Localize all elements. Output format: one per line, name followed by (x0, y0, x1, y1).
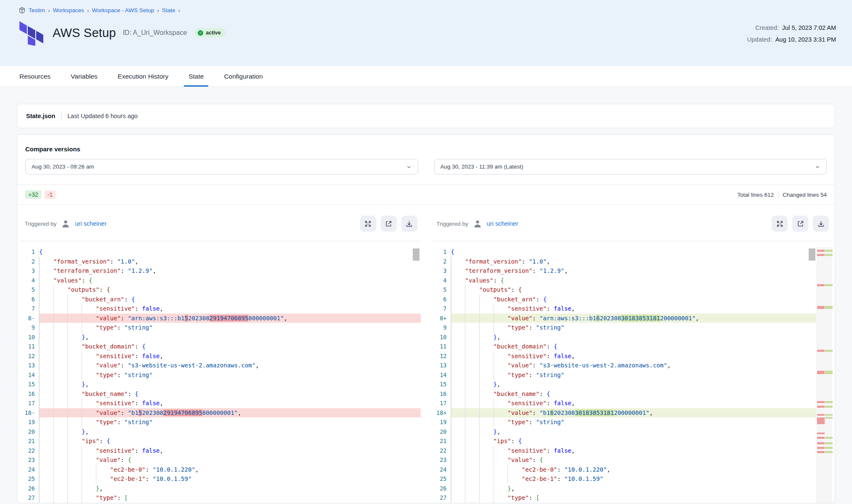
indent-guide (53, 285, 68, 295)
code-line: 21"ips": { (20, 436, 421, 446)
indent-guide (67, 332, 82, 342)
diff-overview-ruler[interactable] (817, 247, 832, 503)
indent-guide (479, 427, 494, 437)
download-icon[interactable] (401, 216, 417, 232)
indent-guide (96, 474, 110, 484)
line-number: 4 (20, 276, 39, 285)
indent-guide (53, 417, 68, 427)
code-line-content: "type": "string" (39, 370, 421, 380)
indent-guide (465, 323, 479, 332)
tab-variables[interactable]: Variables (61, 66, 107, 87)
code-line: 25"ec2-be-1": "10.0.1.59" (20, 474, 421, 484)
code-line: 4"values": { (20, 276, 421, 285)
triggered-by-user-link[interactable]: uri scheiner (487, 220, 518, 227)
code-line: 2"format_version": "1.0", (20, 257, 421, 267)
line-number: 6 (20, 295, 39, 304)
diff-mark (817, 414, 832, 416)
breadcrumb: Testim Workspaces Workspace - AWS Setup … (0, 0, 852, 14)
line-number: 5 (20, 285, 39, 295)
line-number: 23 (432, 455, 451, 465)
code-line-content: "outputs": { (39, 285, 421, 295)
code-line: 27"type": [ (20, 493, 421, 503)
indent-guide (494, 493, 508, 503)
download-icon[interactable] (813, 216, 829, 232)
indent-guide (451, 436, 465, 446)
line-number: 9 (20, 323, 39, 332)
external-link-icon[interactable] (381, 216, 397, 232)
indent-guide (82, 484, 96, 493)
scrollbar-thumb[interactable] (413, 248, 419, 261)
version-select-right[interactable]: Aug 30, 2023 - 11:39 am (Latest) (434, 159, 827, 174)
expand-icon[interactable] (360, 216, 376, 232)
code-panel-right[interactable]: 1{2"format_version": "1.0",3"terraform_v… (432, 241, 833, 503)
code-line-content: "value": "arn:aws:s3:::b1620230830183853… (451, 314, 817, 323)
code-line: 5"outputs": { (432, 285, 817, 295)
code-line-content: "values": { (39, 276, 421, 285)
tab-configuration[interactable]: Configuration (214, 66, 273, 87)
triggered-by-row-left: Triggered by uri scheiner (20, 205, 421, 241)
breadcrumb-link-workspaces[interactable]: Workspaces (53, 7, 84, 13)
indent-guide (39, 285, 53, 295)
indent-guide (67, 398, 82, 408)
code-line-content: "sensitive": false, (451, 351, 817, 361)
tab-execution-history[interactable]: Execution History (108, 66, 179, 87)
indent-guide (53, 446, 68, 456)
indent-guide (465, 380, 479, 389)
code-line-content: }, (451, 484, 817, 493)
diff-mark (817, 437, 832, 439)
code-line-content: "format_version": "1.0", (451, 257, 817, 267)
diff-panes: Triggered by uri scheiner (17, 205, 835, 503)
external-link-icon[interactable] (792, 216, 808, 232)
line-number: 17 (20, 398, 39, 408)
indent-guide (53, 361, 68, 370)
indent-guide (53, 351, 68, 361)
line-number: 3 (20, 266, 39, 276)
indent-guide (451, 266, 465, 276)
indent-guide (53, 389, 68, 399)
indent-guide (479, 314, 494, 323)
code-line: 24"ec2-be-0": "10.0.1.220", (432, 465, 817, 475)
expand-icon[interactable] (772, 216, 788, 232)
indent-guide (39, 455, 53, 465)
tab-resources[interactable]: Resources (19, 66, 61, 87)
code-line-content: "bucket_name": { (39, 389, 421, 399)
indent-guide (479, 465, 494, 475)
code-panel-left[interactable]: 1{2"format_version": "1.0",3"terraform_v… (20, 241, 421, 503)
code-line: 3"terraform_version": "1.2.9", (20, 266, 421, 276)
indent-guide (451, 484, 465, 493)
updated-label: Updated: (747, 36, 772, 43)
indent-guide (53, 295, 68, 304)
tab-bar: Resources Variables Execution History St… (0, 66, 852, 87)
line-number: 18- (20, 408, 39, 418)
page-title: AWS Setup (53, 26, 116, 40)
indent-guide (96, 465, 110, 475)
indent-guide (494, 455, 508, 465)
breadcrumb-link-workspace-aws-setup[interactable]: Workspace - AWS Setup (92, 7, 154, 13)
code-line: 20}, (432, 427, 817, 437)
indent-guide (494, 314, 508, 323)
line-number: 16 (432, 389, 451, 399)
indent-guide (53, 484, 68, 493)
indent-guide (39, 380, 53, 389)
code-line: 19"type": "string" (20, 417, 421, 427)
version-select-left[interactable]: Aug 30, 2023 - 09:26 am (25, 159, 418, 174)
breadcrumb-link-state[interactable]: State (162, 7, 175, 13)
indent-guide (53, 436, 68, 446)
scrollbar-thumb[interactable] (809, 248, 815, 261)
indent-guide (67, 455, 82, 465)
indent-guide (67, 304, 82, 314)
code-line-content: "bucket_arn": { (39, 295, 421, 304)
code-line-content: "ips": { (39, 436, 421, 446)
tab-state[interactable]: State (178, 66, 214, 87)
indent-guide (39, 304, 53, 314)
indent-guide (479, 446, 494, 456)
code-line: 4"values": { (432, 276, 817, 285)
triggered-by-user-link[interactable]: uri scheiner (75, 220, 106, 227)
indent-guide (67, 351, 82, 361)
indent-guide (479, 484, 494, 493)
breadcrumb-link-testim[interactable]: Testim (29, 7, 45, 13)
diff-stats-row: +32 -1 Total lines 612 Changed lines 54 (17, 185, 835, 204)
code-line-content: }, (39, 332, 421, 342)
code-line: 11"bucket_domain": { (20, 342, 421, 351)
line-number: 26 (20, 484, 39, 493)
